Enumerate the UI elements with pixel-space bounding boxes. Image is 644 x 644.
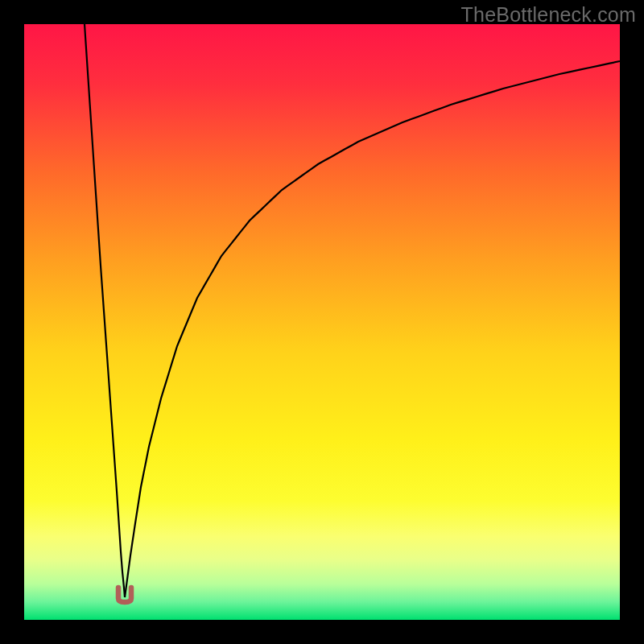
gradient-background	[24, 24, 620, 620]
plot-svg	[24, 24, 620, 620]
chart-frame: TheBottleneck.com	[0, 0, 644, 644]
plot-area	[24, 24, 620, 620]
watermark-text: TheBottleneck.com	[461, 3, 636, 27]
